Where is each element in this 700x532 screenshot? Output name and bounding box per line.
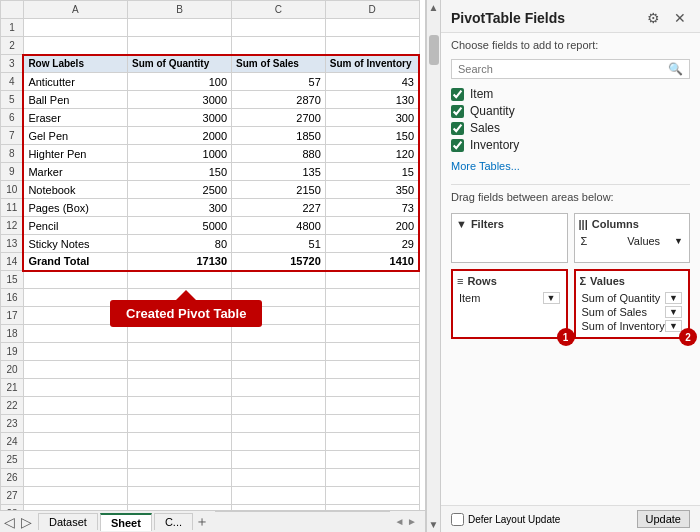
col-values-dropdown-icon[interactable]: ▼ — [674, 236, 683, 246]
col-header-d: D — [325, 1, 419, 19]
pivot-cell-r4-c0: Anticutter — [23, 73, 127, 91]
empty-r26-c1 — [127, 469, 231, 487]
pivot-cell-r4-c1: 100 — [127, 73, 231, 91]
sales-dropdown[interactable]: ▼ — [665, 306, 682, 318]
gear-btn[interactable]: ⚙ — [643, 8, 664, 28]
field-checkbox-quantity[interactable] — [451, 105, 464, 118]
pivot-cell-r9-c2: 135 — [232, 163, 326, 181]
nav-left-btn[interactable]: ◁ — [4, 514, 15, 530]
empty-r25-c0 — [23, 451, 127, 469]
choose-label: Choose fields to add to report: — [451, 39, 690, 51]
row-header-14: 14 — [1, 253, 24, 271]
pivot-cell-r11-c3: 73 — [325, 199, 419, 217]
close-btn[interactable]: ✕ — [670, 8, 690, 28]
field-checkbox-inventory[interactable] — [451, 139, 464, 152]
tab-dataset[interactable]: Dataset — [38, 513, 98, 530]
nav-right-btn[interactable]: ▷ — [21, 514, 32, 530]
field-label-quantity: Quantity — [470, 104, 515, 118]
add-sheet-btn[interactable]: ＋ — [195, 513, 209, 531]
qty-dropdown[interactable]: ▼ — [665, 292, 682, 304]
scroll-thumb[interactable] — [429, 35, 439, 65]
row-header-1: 1 — [1, 19, 24, 37]
row-header-8: 8 — [1, 145, 24, 163]
scroll-up-btn[interactable]: ▲ — [427, 0, 441, 15]
row-header-5: 5 — [1, 91, 24, 109]
empty-r23-c3 — [325, 415, 419, 433]
empty-r24-c2 — [232, 433, 326, 451]
search-icon: 🔍 — [668, 62, 683, 76]
pivot-cell-r13-c2: 51 — [232, 235, 326, 253]
field-item-item[interactable]: Item — [451, 87, 690, 101]
pivot-cell-r11-c2: 227 — [232, 199, 326, 217]
empty-r19-c2 — [232, 343, 326, 361]
field-item-inventory[interactable]: Inventory — [451, 138, 690, 152]
tab-sheet[interactable]: Sheet — [100, 513, 152, 531]
empty-r1-c1 — [127, 19, 231, 37]
pivot-cell-r12-c3: 200 — [325, 217, 419, 235]
scroll-indicator: ◄ ► — [390, 516, 421, 527]
empty-r2-c2 — [232, 37, 326, 55]
pivot-cell-r10-c0: Notebook — [23, 181, 127, 199]
defer-layout-check[interactable]: Defer Layout Update — [451, 513, 560, 526]
field-checkbox-sales[interactable] — [451, 122, 464, 135]
empty-r26-c0 — [23, 469, 127, 487]
pivot-cell-r9-c3: 15 — [325, 163, 419, 181]
values-qty-item[interactable]: Sum of Quantity ▼ — [580, 291, 685, 305]
col-header-c: C — [232, 1, 326, 19]
row-header-9: 9 — [1, 163, 24, 181]
col-header-a: A — [23, 1, 127, 19]
empty-r15-c1 — [127, 271, 231, 289]
tab-c[interactable]: C... — [154, 513, 193, 530]
pivot-total-col-3: 1410 — [325, 253, 419, 271]
empty-r1-c2 — [232, 19, 326, 37]
row-header-20: 20 — [1, 361, 24, 379]
empty-r18-c0 — [23, 325, 127, 343]
field-label-sales: Sales — [470, 121, 500, 135]
sigma-icon: Σ — [581, 235, 628, 247]
areas-grid: ▼ Filters ||| Columns Σ Values ▼ — [451, 213, 690, 339]
field-checkbox-item[interactable] — [451, 88, 464, 101]
pivot-cell-r5-c2: 2870 — [232, 91, 326, 109]
rows-item-dropdown[interactable]: ▼ — [543, 292, 560, 304]
pivot-cell-r10-c3: 350 — [325, 181, 419, 199]
vertical-scrollbar[interactable]: ▲ ▼ — [426, 0, 440, 532]
rows-item[interactable]: Item ▼ — [457, 291, 562, 305]
empty-r22-c1 — [127, 397, 231, 415]
pivot-cell-r4-c3: 43 — [325, 73, 419, 91]
field-list: ItemQuantitySalesInventory — [451, 87, 690, 152]
update-button[interactable]: Update — [637, 510, 690, 528]
empty-r27-c1 — [127, 487, 231, 505]
defer-label: Defer Layout Update — [468, 514, 560, 525]
panel-body: Choose fields to add to report: 🔍 ItemQu… — [441, 33, 700, 505]
empty-r15-c0 — [23, 271, 127, 289]
empty-r28-c0 — [23, 505, 127, 511]
scroll-down-btn[interactable]: ▼ — [427, 517, 441, 532]
filters-title: ▼ Filters — [456, 218, 563, 230]
pivot-cell-r7-c1: 2000 — [127, 127, 231, 145]
pivot-cell-r6-c3: 300 — [325, 109, 419, 127]
search-input[interactable] — [458, 63, 668, 75]
badge-2: 2 — [679, 328, 697, 346]
empty-r24-c1 — [127, 433, 231, 451]
empty-r22-c3 — [325, 397, 419, 415]
values-inv-item[interactable]: Sum of Inventory ▼ — [580, 319, 685, 333]
more-tables-link[interactable]: More Tables... — [451, 160, 690, 172]
values-sales-item[interactable]: Sum of Sales ▼ — [580, 305, 685, 319]
row-header-22: 22 — [1, 397, 24, 415]
inv-dropdown[interactable]: ▼ — [665, 320, 682, 332]
row-header-7: 7 — [1, 127, 24, 145]
field-item-quantity[interactable]: Quantity — [451, 104, 690, 118]
search-box[interactable]: 🔍 — [451, 59, 690, 79]
defer-checkbox[interactable] — [451, 513, 464, 526]
empty-r20-c0 — [23, 361, 127, 379]
empty-r25-c3 — [325, 451, 419, 469]
empty-r18-c2 — [232, 325, 326, 343]
empty-r22-c0 — [23, 397, 127, 415]
field-label-inventory: Inventory — [470, 138, 519, 152]
rows-icon: ≡ — [457, 275, 463, 287]
field-item-sales[interactable]: Sales — [451, 121, 690, 135]
empty-r15-c2 — [232, 271, 326, 289]
pivot-total-col-0: Grand Total — [23, 253, 127, 271]
pivot-total-col-1: 17130 — [127, 253, 231, 271]
empty-r21-c0 — [23, 379, 127, 397]
